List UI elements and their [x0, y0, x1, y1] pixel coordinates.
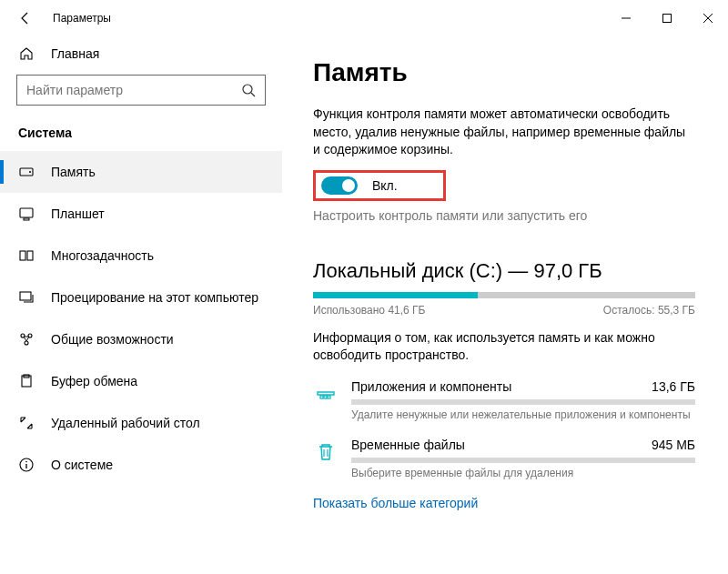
back-button[interactable]: [18, 11, 38, 25]
disk-usage-fill: [313, 292, 478, 298]
disk-used-label: Использовано 41,6 ГБ: [313, 304, 425, 317]
category-bar: [351, 399, 695, 405]
sidebar-item-label: Буфер обмена: [51, 374, 137, 388]
svg-rect-22: [328, 396, 330, 398]
svg-rect-19: [318, 392, 334, 395]
category-size: 945 МБ: [652, 438, 695, 452]
titlebar: Параметры: [0, 0, 728, 36]
storage-icon: [18, 164, 38, 180]
svg-point-17: [25, 461, 27, 463]
toggle-knob: [342, 179, 355, 192]
search-input-container[interactable]: [16, 75, 266, 106]
apps-icon: [313, 381, 339, 407]
disk-description: Информация о том, как используется памят…: [313, 329, 686, 365]
sidebar: Главная Система Память Планшет: [0, 36, 282, 574]
sidebar-item-tablet[interactable]: Планшет: [0, 193, 282, 235]
category-hint: Удалите ненужные или нежелательные прило…: [351, 408, 695, 421]
sidebar-home-label: Главная: [51, 46, 99, 61]
category-apps[interactable]: Приложения и компоненты 13,6 ГБ Удалите …: [313, 379, 695, 421]
sidebar-item-about[interactable]: О системе: [0, 444, 282, 486]
configure-storage-sense-link[interactable]: Настроить контроль памяти или запустить …: [313, 208, 701, 223]
svg-rect-8: [20, 251, 25, 260]
storage-sense-description: Функция контроля памяти может автоматиче…: [313, 106, 686, 159]
close-button[interactable]: [687, 5, 728, 32]
remote-desktop-icon: [18, 415, 38, 431]
maximize-button[interactable]: [646, 5, 687, 32]
sidebar-item-label: Планшет: [51, 206, 105, 221]
svg-rect-10: [20, 292, 31, 300]
projecting-icon: [18, 289, 38, 306]
disk-title: Локальный диск (C:) — 97,0 ГБ: [313, 259, 701, 283]
storage-sense-toggle-row: Вкл.: [313, 170, 446, 201]
category-bar: [351, 458, 695, 463]
svg-line-3: [251, 93, 255, 96]
svg-rect-6: [20, 208, 33, 217]
sidebar-item-remote-desktop[interactable]: Удаленный рабочий стол: [0, 402, 282, 444]
category-size: 13,6 ГБ: [652, 379, 695, 394]
toggle-state-label: Вкл.: [372, 178, 398, 193]
sidebar-item-label: Удаленный рабочий стол: [51, 416, 200, 430]
tablet-icon: [18, 206, 38, 222]
storage-sense-toggle[interactable]: [321, 176, 358, 195]
search-icon: [241, 83, 256, 97]
svg-rect-20: [320, 396, 323, 398]
sidebar-item-projecting[interactable]: Проецирование на этот компьютер: [0, 277, 282, 318]
shared-icon: [18, 331, 38, 347]
disk-usage-bar: [313, 292, 695, 298]
sidebar-item-multitasking[interactable]: Многозадачность: [0, 235, 282, 277]
sidebar-section-header: Система: [0, 116, 282, 151]
sidebar-item-label: Память: [51, 165, 96, 179]
search-input[interactable]: [26, 83, 241, 97]
sidebar-item-label: Проецирование на этот компьютер: [51, 290, 258, 305]
category-hint: Выберите временные файлы для удаления: [351, 467, 695, 479]
sidebar-item-label: Многозадачность: [51, 248, 154, 263]
category-name: Временные файлы: [351, 438, 465, 452]
sidebar-item-label: Общие возможности: [51, 332, 174, 347]
sidebar-home[interactable]: Главная: [0, 36, 282, 73]
window-title: Параметры: [53, 12, 111, 25]
sidebar-item-clipboard[interactable]: Буфер обмена: [0, 360, 282, 402]
trash-icon: [313, 439, 339, 465]
svg-rect-7: [24, 218, 29, 220]
svg-rect-1: [662, 15, 671, 23]
svg-rect-9: [27, 251, 33, 260]
svg-point-13: [25, 341, 28, 345]
sidebar-item-storage[interactable]: Память: [0, 151, 282, 193]
category-temp[interactable]: Временные файлы 945 МБ Выберите временны…: [313, 438, 695, 479]
disk-stats: Использовано 41,6 ГБ Осталось: 55,3 ГБ: [313, 304, 695, 317]
sidebar-nav: Память Планшет Многозадачность Проециров…: [0, 151, 282, 486]
show-more-categories-link[interactable]: Показать больше категорий: [313, 496, 701, 510]
sidebar-item-label: О системе: [51, 458, 113, 472]
page-title: Память: [313, 58, 701, 87]
main-content: Память Функция контроля памяти может авт…: [282, 36, 728, 574]
sidebar-item-shared-experiences[interactable]: Общие возможности: [0, 318, 282, 360]
window-controls: [605, 5, 728, 32]
home-icon: [18, 45, 38, 62]
multitasking-icon: [18, 247, 38, 264]
info-icon: [18, 457, 38, 473]
minimize-button[interactable]: [605, 5, 646, 32]
svg-point-2: [243, 85, 252, 94]
svg-rect-21: [324, 396, 327, 398]
category-name: Приложения и компоненты: [351, 379, 511, 394]
disk-free-label: Осталось: 55,3 ГБ: [603, 304, 695, 317]
clipboard-icon: [18, 373, 38, 389]
svg-point-5: [29, 171, 31, 173]
